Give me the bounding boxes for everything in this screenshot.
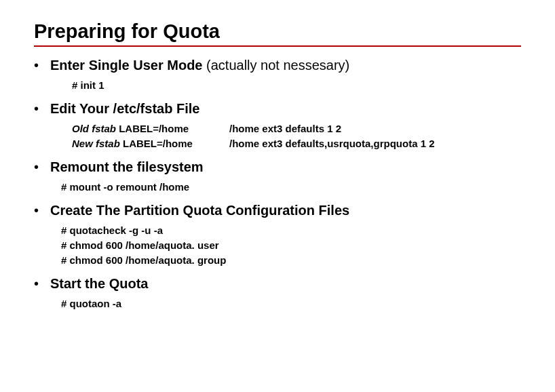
bullet-dot: •: [34, 275, 50, 292]
bullet-text: Start the Quota: [50, 275, 148, 292]
bullet-dot: •: [34, 100, 50, 117]
bullet-text: Enter Single User Mode (actually not nes…: [50, 56, 349, 74]
sub-block: Old fstab LABEL=/home /home ext3 default…: [72, 121, 521, 151]
title-underline: [34, 45, 521, 47]
sub-block: # mount -o remount /home: [61, 180, 521, 195]
command-line: # chmod 600 /home/aquota. user: [61, 238, 521, 253]
sub-block: # init 1: [72, 78, 521, 93]
command-line: # init 1: [72, 78, 521, 93]
bullet-text: Remount the filesystem: [50, 158, 204, 176]
bullet-text: Create The Partition Quota Configuration…: [50, 201, 349, 219]
bullet-dot: •: [34, 158, 50, 176]
slide-title: Preparing for Quota: [34, 20, 521, 43]
list-item: • Remount the filesystem # mount -o remo…: [34, 158, 521, 195]
command-line: # mount -o remount /home: [61, 180, 521, 195]
bullet-list: • Enter Single User Mode (actually not n…: [34, 56, 521, 311]
list-item: • Create The Partition Quota Configurati…: [34, 201, 521, 268]
fstab-row: Old fstab LABEL=/home /home ext3 default…: [72, 121, 521, 136]
title-block: Preparing for Quota: [34, 20, 521, 47]
sub-block: # quotaon -a: [61, 296, 521, 311]
bullet-dot: •: [34, 201, 50, 219]
bullet-dot: •: [34, 56, 50, 74]
list-item: • Start the Quota # quotaon -a: [34, 275, 521, 311]
fstab-row: New fstab LABEL=/home /home ext3 default…: [72, 136, 521, 151]
list-item: • Edit Your /etc/fstab File Old fstab LA…: [34, 100, 521, 151]
list-item: • Enter Single User Mode (actually not n…: [34, 56, 521, 93]
command-line: # quotacheck -g -u -a: [61, 223, 521, 238]
command-line: # chmod 600 /home/aquota. group: [61, 253, 521, 268]
bullet-text: Edit Your /etc/fstab File: [50, 100, 199, 117]
slide: Preparing for Quota • Enter Single User …: [0, 0, 555, 336]
sub-block: # quotacheck -g -u -a # chmod 600 /home/…: [61, 223, 521, 268]
command-line: # quotaon -a: [61, 296, 521, 311]
